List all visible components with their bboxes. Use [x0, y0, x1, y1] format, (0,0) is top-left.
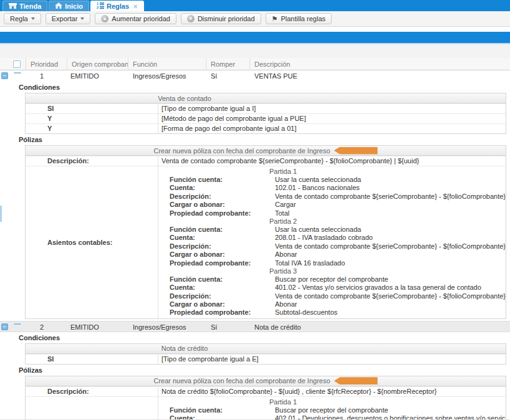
button-label: Disminuir prioridad: [198, 15, 255, 22]
field-value: 208.01 - IVA trasladado cobrado: [275, 234, 506, 242]
asientos-label: Asientos contables:: [26, 166, 158, 318]
poliza-descripcion-row: Descripción: Venta de contado comprobant…: [26, 156, 506, 166]
condition-operator: SI: [26, 104, 158, 113]
selection-banner: [0, 32, 510, 44]
condition-expression: [Tipo de comprobante igual a E]: [158, 355, 506, 364]
condiciones-table-rule1: Venta de contado SI [Tipo de comprobante…: [25, 93, 506, 134]
partida-title: Partida 2: [158, 217, 408, 226]
arrow-up-circle-icon: ▲: [101, 15, 108, 22]
plantilla-reglas-button[interactable]: ⚑ Plantilla reglas: [266, 13, 332, 24]
rules-window: Tienda Inicio 12 Reglas × Regla Exportar…: [0, 0, 510, 420]
cell-romper: Sí: [211, 70, 217, 82]
spacer: [0, 27, 510, 32]
field-label: Descripción:: [158, 292, 275, 300]
button-label: Regla: [10, 15, 28, 22]
rules-list-icon: 12: [97, 2, 104, 11]
cell-prioridad: 1: [26, 70, 57, 82]
rule-row-1[interactable]: − 1 EMITIDO Ingresos/Egresos Sí VENTAS P…: [0, 70, 510, 82]
tab-tienda[interactable]: Tienda: [2, 1, 47, 11]
button-label: Aumentar prioridad: [112, 15, 170, 22]
field-label: Descripción:: [26, 156, 158, 166]
polizas-table-rule1: Crear nueva póliza con fecha del comprob…: [25, 145, 506, 319]
condition-row: SI [Tipo de comprobante igual a I]: [26, 103, 506, 113]
grid-header: Prioridad Origen comprobante Función Rom…: [0, 58, 510, 70]
field-value: Cargar: [275, 201, 506, 209]
filter-band: [0, 44, 510, 58]
rule-2-checkbox[interactable]: [14, 323, 21, 325]
collapse-icon[interactable]: −: [1, 323, 8, 330]
toolbar: Regla Exportar ▲ Aumentar prioridad ▼ Di…: [0, 11, 510, 27]
condition-operator: SI: [26, 355, 158, 364]
field-value: Venta de contado comprobante ${serieComp…: [275, 193, 506, 201]
column-header-prioridad[interactable]: Prioridad: [26, 58, 67, 70]
button-label: Plantilla reglas: [281, 15, 325, 22]
field-value: Nota de crédito ${folioComprobante} - ${…: [158, 387, 506, 396]
polizas-label: Pólizas: [19, 136, 510, 144]
tab-reglas[interactable]: 12 Reglas ×: [90, 1, 144, 11]
polizas-label: Pólizas: [19, 366, 510, 375]
exportar-menu-button[interactable]: Exportar: [46, 13, 91, 24]
orange-highlight-arrow: [334, 147, 378, 155]
condition-expression: [Forma de pago del comprobante igual a 0…: [158, 124, 506, 133]
field-value: 401.02 - Ventas y/o servicios gravados a…: [275, 284, 506, 292]
cell-romper: Sí: [211, 322, 217, 333]
cell-origen: EMITIDO: [70, 70, 99, 82]
field-label: Cargar o abonar:: [158, 251, 275, 259]
select-all-checkbox[interactable]: [13, 60, 21, 68]
asientos-row: Asientos contables: Partida 1 Función cu…: [26, 166, 506, 318]
condiciones-label: Condiciones: [19, 334, 510, 342]
field-value: Abonar: [275, 300, 506, 308]
store-icon: [9, 2, 17, 11]
polizas-table-rule2: Crear nueva póliza con fecha del comprob…: [25, 376, 506, 420]
field-value: Usar la cuenta seleccionada: [275, 176, 506, 184]
poliza-descripcion-row: Descripción: Nota de crédito ${folioComp…: [26, 386, 506, 396]
field-label: Descripción:: [158, 193, 275, 201]
condition-expression: [Tipo de comprobante igual a I]: [158, 104, 506, 113]
left-scroll-strip[interactable]: [0, 206, 2, 222]
column-header-romper[interactable]: Romper: [206, 58, 249, 70]
cell-prioridad: 2: [26, 322, 57, 333]
column-header-origen[interactable]: Origen comprobante: [67, 58, 128, 70]
field-label: Propiedad comprobante:: [158, 308, 275, 317]
regla-menu-button[interactable]: Regla: [4, 13, 41, 24]
asientos-label: [26, 397, 158, 420]
partidas-area: Partida 1 Función cuenta:Buscar por rece…: [158, 397, 506, 420]
field-value: Venta de contado comprobante ${serieComp…: [275, 242, 506, 251]
svg-text:2: 2: [97, 6, 99, 9]
column-header-funcion[interactable]: Función: [128, 58, 206, 70]
field-label: Cargar o abonar:: [158, 300, 275, 308]
field-label: Función cuenta:: [158, 176, 275, 184]
condiciones-title: Nota de crédito: [26, 343, 344, 353]
poliza-title: Crear nueva póliza con fecha del comprob…: [153, 376, 330, 386]
field-label: Propiedad comprobante:: [158, 209, 275, 217]
rule-1-checkbox[interactable]: [14, 72, 21, 74]
asientos-row: Partida 1 Función cuenta:Buscar por rece…: [26, 396, 506, 420]
field-value: Buscar por receptor del comprobante: [275, 406, 506, 414]
field-value: Venta de contado comprobante ${serieComp…: [158, 156, 506, 166]
tab-inicio[interactable]: Inicio: [49, 1, 89, 11]
tab-label: Reglas: [107, 2, 129, 10]
aumentar-prioridad-button[interactable]: ▲ Aumentar prioridad: [95, 13, 176, 24]
partida-title: Partida 1: [158, 168, 408, 176]
collapse-icon[interactable]: −: [1, 72, 8, 79]
field-value: Abonar: [275, 251, 506, 259]
poliza-title: Crear nueva póliza con fecha del comprob…: [153, 146, 330, 156]
field-label: Propiedad comprobante:: [158, 259, 275, 267]
condiciones-table-rule2: Nota de crédito SI [Tipo de comprobante …: [25, 343, 506, 365]
field-label: Función cuenta:: [158, 275, 275, 284]
disminuir-prioridad-button[interactable]: ▼ Disminuir prioridad: [181, 13, 261, 24]
tab-label: Tienda: [19, 2, 41, 10]
field-value: Total IVA 16 trasladado: [275, 259, 506, 267]
field-label: Función cuenta:: [158, 406, 275, 414]
rule-row-2[interactable]: − 2 EMITIDO Ingresos/Egresos Sí Nota de …: [0, 321, 510, 332]
field-value: 102.01 - Bancos nacionales: [275, 184, 506, 192]
chevron-down-icon: [80, 17, 84, 20]
condition-operator: Y: [26, 114, 158, 123]
field-label: Cuenta:: [158, 414, 275, 420]
field-value: Venta de contado comprobante ${serieComp…: [275, 292, 506, 300]
cell-funcion: Ingresos/Egresos: [133, 70, 186, 82]
condition-row: SI [Tipo de comprobante igual a E]: [26, 354, 506, 364]
column-header-descripcion[interactable]: Descripción: [249, 58, 509, 70]
close-icon[interactable]: ×: [133, 3, 137, 9]
field-label: Descripción:: [26, 387, 158, 396]
